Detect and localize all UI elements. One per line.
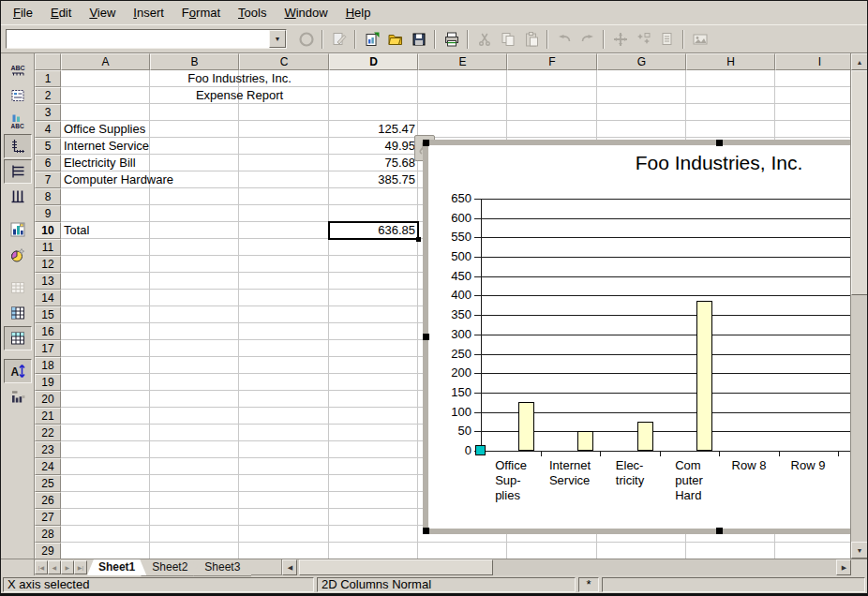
row-header-8[interactable]: 8 [35,188,61,205]
load-url-combobox[interactable]: ▼ [6,29,287,49]
column-header-B[interactable]: B [150,53,239,70]
chart-bar-4[interactable] [696,301,712,451]
row-header-7[interactable]: 7 [35,171,61,188]
row-header-9[interactable]: 9 [35,205,61,222]
scroll-right-icon[interactable]: ▶ [836,559,851,575]
menu-window[interactable]: Window [276,3,337,22]
column-header-E[interactable]: E [418,53,507,70]
row-header-18[interactable]: 18 [35,357,61,374]
column-header-D[interactable]: D [329,53,418,70]
embedded-chart[interactable]: Foo Industries, Inc.05010015020025030035… [423,140,850,534]
chart-selection-handle[interactable] [716,528,723,534]
fill-handle[interactable] [416,237,421,242]
chart-bar-1[interactable] [518,402,534,451]
row-header-27[interactable]: 27 [35,509,61,526]
cell-D4[interactable]: 125.47 [329,121,418,138]
row-header-24[interactable]: 24 [35,458,61,475]
chart-bar-3[interactable] [637,422,653,451]
row-header-13[interactable]: 13 [35,273,61,290]
tab-nav-last[interactable]: ▶| [74,560,87,574]
row-header-4[interactable]: 4 [35,121,61,138]
sheet-tab-sheet3[interactable]: Sheet3 [193,559,251,576]
row-header-15[interactable]: 15 [35,306,61,323]
menu-help[interactable]: Help [337,3,381,22]
column-header-F[interactable]: F [507,53,597,70]
column-header-H[interactable]: H [686,53,775,70]
combobox-dropdown-icon[interactable]: ▼ [269,30,286,48]
row-header-29[interactable]: 29 [35,543,61,559]
cell-B2[interactable]: Expense Report [150,87,329,104]
row-header-11[interactable]: 11 [35,239,61,256]
chart-title[interactable]: Foo Industries, Inc. [428,152,850,174]
chart-selection-handle[interactable] [423,140,429,146]
column-header-I[interactable]: I [775,53,850,70]
open-button[interactable] [383,28,407,51]
cell-D6[interactable]: 75.68 [329,155,418,171]
tab-nav-next[interactable]: ▶ [61,560,74,574]
selected-cell-border[interactable] [328,221,419,240]
row-header-16[interactable]: 16 [35,323,61,340]
row-header-6[interactable]: 6 [35,155,61,171]
column-header-A[interactable]: A [61,53,150,70]
scroll-down-icon[interactable]: ▼ [851,542,868,559]
data-in-rows-button[interactable] [4,301,32,325]
row-header-26[interactable]: 26 [35,492,61,509]
axis-descriptions-toggle-button[interactable] [4,134,32,158]
cell-A6[interactable]: Electricity Bill [61,155,150,171]
row-header-21[interactable]: 21 [35,408,61,425]
chart-selection-handle[interactable] [716,140,723,146]
chart-autoformat-button[interactable] [4,243,32,267]
cell-A5[interactable]: Internet Service [61,138,150,155]
row-header-12[interactable]: 12 [35,256,61,273]
column-header-G[interactable]: G [597,53,686,70]
row-header-2[interactable]: 2 [35,87,61,104]
row-header-23[interactable]: 23 [35,441,61,458]
select-all-corner[interactable] [35,53,61,70]
cell-A10[interactable]: Total [61,222,150,239]
save-button[interactable] [407,28,430,51]
axes-title-toggle-button[interactable]: ABC [4,109,32,133]
spreadsheet-grid[interactable]: ABCDEFGHI1234567891011121314151617181920… [35,53,850,559]
chart-title-toggle-button[interactable]: ABC [4,58,32,82]
vscroll-thumb[interactable] [851,70,868,295]
row-header-5[interactable]: 5 [35,138,61,155]
tab-nav-first[interactable]: |◀ [35,560,48,574]
cell-B1[interactable]: Foo Industries, Inc. [150,70,329,87]
vertical-scrollbar[interactable]: ▲▼ [850,53,867,559]
hscroll-thumb[interactable] [299,559,493,575]
row-header-3[interactable]: 3 [35,104,61,121]
row-header-14[interactable]: 14 [35,290,61,306]
scroll-up-icon[interactable]: ▲ [851,53,868,70]
row-header-1[interactable]: 1 [35,70,61,87]
menu-file[interactable]: File [5,3,42,22]
menu-tools[interactable]: Tools [230,3,276,22]
sheet-tab-sheet2[interactable]: Sheet2 [141,559,199,576]
horizontal-grid-toggle-button[interactable] [4,159,32,184]
chart-bar-2[interactable] [577,431,593,451]
menu-view[interactable]: View [81,3,125,22]
cell-D5[interactable]: 49.95 [329,138,418,155]
row-header-22[interactable]: 22 [35,425,61,441]
cell-A7[interactable]: Computer Hardware [61,171,150,188]
x-axis-selection-handle[interactable] [475,445,486,455]
row-header-17[interactable]: 17 [35,340,61,357]
print-button[interactable] [440,28,463,51]
chart-selection-handle[interactable] [423,528,429,534]
legend-toggle-button[interactable] [4,83,32,108]
chart-type-button[interactable] [4,217,32,242]
cell-A4[interactable]: Office Supplies [61,121,150,138]
new-document-button[interactable] [360,28,383,51]
chart-selection-handle[interactable] [423,334,429,340]
row-header-25[interactable]: 25 [35,475,61,492]
row-header-10[interactable]: 10 [35,222,61,239]
row-header-19[interactable]: 19 [35,374,61,391]
vertical-grid-toggle-button[interactable] [4,185,32,209]
row-header-20[interactable]: 20 [35,391,61,408]
reorganize-chart-button[interactable] [4,384,32,409]
row-header-28[interactable]: 28 [35,526,61,543]
cell-D7[interactable]: 385.75 [329,171,418,188]
column-header-C[interactable]: C [239,53,329,70]
scale-text-button[interactable]: A [4,359,32,383]
y-axis[interactable] [481,199,482,452]
sheet-tab-sheet1[interactable]: Sheet1 [87,559,146,575]
